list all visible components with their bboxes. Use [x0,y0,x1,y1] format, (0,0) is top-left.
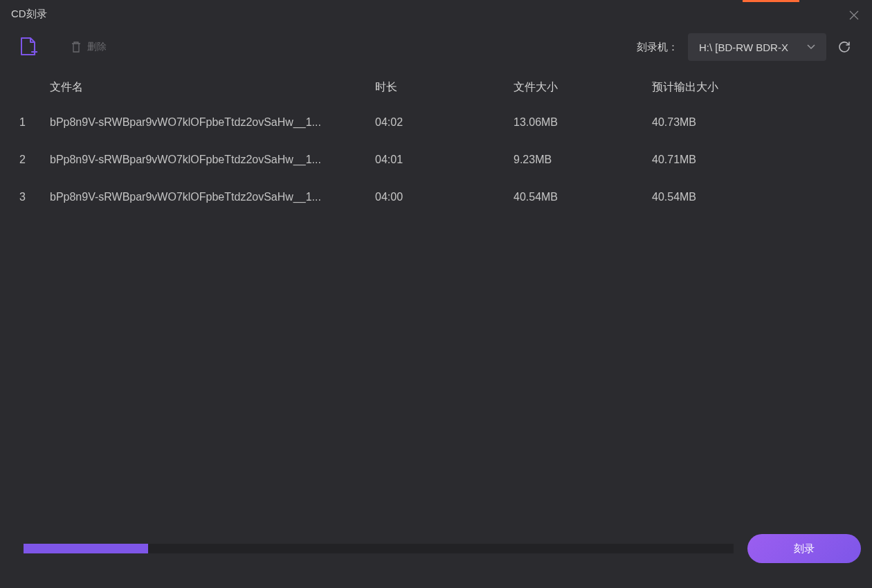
close-button[interactable] [847,8,861,22]
toolbar-right: 刻录机： H:\ [BD-RW BDR-X [637,33,853,61]
burner-select-value: H:\ [BD-RW BDR-X [699,42,788,53]
table-header: 文件名 时长 文件大小 预计输出大小 [0,71,872,104]
progress-bar [24,544,734,553]
table-row[interactable]: 2 bPp8n9V-sRWBpar9vWO7klOFpbeTtdz2ovSaHw… [19,141,853,178]
close-icon [849,10,859,20]
window-title: CD刻录 [11,8,47,21]
col-duration-header: 时长 [375,80,514,95]
cell-output: 40.71MB [652,154,853,166]
cell-name: bPp8n9V-sRWBpar9vWO7klOFpbeTtdz2ovSaHw__… [50,191,375,203]
cell-index: 1 [19,116,50,129]
chevron-down-icon [807,44,815,50]
col-size-header: 文件大小 [514,80,652,95]
titlebar-accent-strip [743,0,799,2]
col-output-header: 预计输出大小 [652,80,853,95]
cell-duration: 04:02 [375,116,514,129]
delete-label: 删除 [87,41,107,53]
table-body: 1 bPp8n9V-sRWBpar9vWO7klOFpbeTtdz2ovSaHw… [0,104,872,216]
cell-size: 40.54MB [514,191,652,203]
cell-name: bPp8n9V-sRWBpar9vWO7klOFpbeTtdz2ovSaHw__… [50,116,375,129]
burner-label: 刻录机： [637,41,678,54]
cell-duration: 04:01 [375,154,514,166]
delete-button[interactable]: 删除 [71,41,107,53]
add-file-icon [19,37,37,57]
titlebar: CD刻录 [0,0,872,28]
toolbar-left: 删除 [19,37,620,57]
toolbar: 删除 刻录机： H:\ [BD-RW BDR-X [0,28,872,66]
cell-size: 9.23MB [514,154,652,166]
cell-duration: 04:00 [375,191,514,203]
cell-output: 40.73MB [652,116,853,129]
burn-button[interactable]: 刻录 [747,534,861,563]
cell-name: bPp8n9V-sRWBpar9vWO7klOFpbeTtdz2ovSaHw__… [50,154,375,166]
cell-output: 40.54MB [652,191,853,203]
add-file-button[interactable] [19,37,37,57]
table-row[interactable]: 1 bPp8n9V-sRWBpar9vWO7klOFpbeTtdz2ovSaHw… [19,104,853,141]
table-row[interactable]: 3 bPp8n9V-sRWBpar9vWO7klOFpbeTtdz2ovSaHw… [19,178,853,216]
cell-size: 13.06MB [514,116,652,129]
cell-index: 2 [19,154,50,166]
col-name-header: 文件名 [50,80,375,95]
footer: 刻录 [24,534,861,563]
burner-select[interactable]: H:\ [BD-RW BDR-X [688,33,826,61]
progress-fill [24,544,148,553]
burn-label: 刻录 [794,542,815,555]
refresh-button[interactable] [836,39,853,55]
cell-index: 3 [19,191,50,203]
trash-icon [71,41,82,53]
refresh-icon [837,40,851,54]
